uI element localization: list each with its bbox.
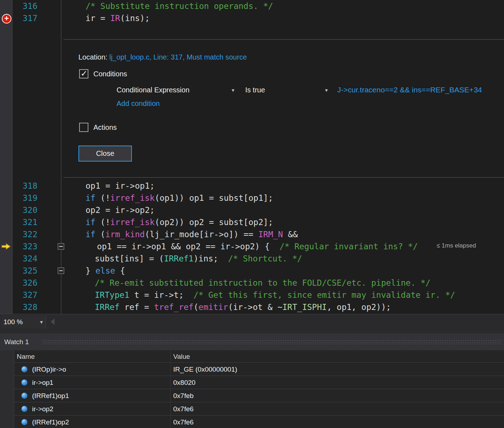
watch-row[interactable]: (IRRef1)op2 0x7fe6 — [14, 416, 504, 428]
line-number: 322 — [0, 228, 37, 240]
watch-row[interactable]: ir->op1 0x8020 — [14, 376, 504, 389]
code-text[interactable]: } else { — [86, 265, 125, 277]
code-line-327[interactable]: 327IRType1 t = ir->t; /* Get this first,… — [0, 289, 504, 301]
code-line-321[interactable]: 321if (!irref_isk(op2)) op2 = subst[op2]… — [0, 216, 504, 228]
editor-status-bar: 100 % ▾ — [0, 314, 504, 333]
code-text[interactable]: /* Re-emit substituted instruction to th… — [95, 277, 431, 289]
zoom-level-dropdown[interactable]: 100 % ▾ — [1, 315, 46, 328]
watch-value[interactable]: 0x7feb — [173, 389, 194, 402]
watch-title-bar[interactable]: Watch 1 — [0, 333, 504, 350]
watch-value[interactable]: 0x7fe6 — [173, 416, 194, 428]
watch-column-headers: Name Value — [0, 350, 504, 363]
add-condition-link[interactable]: Add condition — [117, 100, 160, 108]
watch-value[interactable]: 0x7fe6 — [173, 402, 194, 416]
line-number: 326 — [0, 277, 37, 289]
actions-checkbox[interactable] — [79, 123, 88, 132]
watch-value[interactable]: 0x8020 — [173, 376, 195, 389]
location-link[interactable]: lj_opt_loop.c, Line: 317, Must match sou… — [109, 53, 247, 61]
line-number: 328 — [0, 301, 37, 313]
line-number: 325 — [0, 265, 37, 277]
code-text[interactable]: ir = IR(ins); — [86, 12, 150, 24]
scroll-left-arrow-icon[interactable] — [51, 319, 55, 325]
code-line-316[interactable]: 316/* Substitute instruction operands. *… — [0, 0, 504, 12]
breakpoint-settings-window: Location: lj_opt_loop.c, Line: 317, Must… — [63, 39, 504, 178]
chevron-down-icon[interactable]: ▾ — [325, 87, 328, 93]
variable-icon — [21, 419, 27, 425]
breakpoint-location: Location: lj_opt_loop.c, Line: 317, Must… — [78, 53, 247, 61]
fold-collapse-icon[interactable] — [58, 268, 64, 274]
watch-row[interactable]: (IRRef1)op1 0x7feb — [14, 389, 504, 402]
watch-name[interactable]: (IRRef1)op2 — [32, 416, 69, 428]
code-line-323[interactable]: 323op1 == ir->op1 && op2 == ir->op2) { /… — [0, 240, 504, 253]
actions-label: Actions — [93, 123, 117, 132]
variable-icon — [21, 366, 27, 372]
code-text[interactable]: /* Substitute instruction operands. */ — [86, 0, 273, 12]
line-number: 316 — [0, 0, 37, 12]
line-number: 319 — [0, 192, 37, 204]
code-line-318[interactable]: 318op1 = ir->op1; — [0, 180, 504, 192]
condition-expression-input[interactable]: J->cur.traceno==2 && ins==REF_BASE+34 — [337, 86, 482, 94]
conditional-breakpoint-icon[interactable] — [2, 14, 11, 24]
code-text[interactable]: op1 = ir->op1; — [86, 180, 155, 192]
code-line-325[interactable]: 325} else { — [0, 265, 504, 277]
code-text[interactable]: op1 == ir->op1 && op2 == ir->op2) { /* R… — [97, 240, 418, 253]
zoom-level-value: 100 % — [4, 315, 23, 328]
watch-value[interactable]: IR_GE (0x00000001) — [173, 363, 237, 376]
watch-name[interactable]: (IRRef1)op1 — [32, 389, 69, 402]
code-text[interactable]: if (!irref_isk(op2)) op2 = subst[op2]; — [86, 216, 273, 228]
code-text[interactable]: subst[ins] = (IRRef1)ins; /* Shortcut. *… — [95, 253, 302, 265]
watch-title: Watch 1 — [4, 333, 29, 350]
watch-name[interactable]: ir->op2 — [32, 402, 53, 416]
watch-row-gutter — [0, 350, 14, 428]
variable-icon — [21, 406, 27, 412]
chevron-down-icon[interactable]: ▾ — [232, 87, 235, 93]
conditions-label: Conditions — [93, 70, 127, 78]
code-line-319[interactable]: 319if (!irref_isk(op1)) op1 = subst[op1]… — [0, 192, 504, 204]
line-number: 318 — [0, 180, 37, 192]
code-text[interactable]: if (!irref_isk(op1)) op1 = subst[op1]; — [86, 192, 273, 204]
code-line-322[interactable]: 322if (irm_kind(lj_ir_mode[ir->o]) == IR… — [0, 228, 504, 240]
chevron-down-icon: ▾ — [40, 319, 43, 325]
line-number: 324 — [0, 253, 37, 265]
line-number: 327 — [0, 289, 37, 301]
watch-name[interactable]: (IROp)ir->o — [32, 363, 66, 376]
close-button[interactable]: Close — [78, 146, 132, 162]
watch-row[interactable]: (IROp)ir->o IR_GE (0x00000001) — [14, 363, 504, 376]
condition-type-dropdown[interactable]: Conditional Expression — [117, 86, 190, 94]
watch-panel: Watch 1 Name Value (IROp)ir->o IR_GE (0x… — [0, 333, 504, 428]
code-text[interactable]: if (irm_kind(lj_ir_mode[ir->o]) == IRM_N… — [86, 228, 298, 240]
line-number: 320 — [0, 204, 37, 216]
code-line-317[interactable]: 317ir = IR(ins); — [0, 12, 504, 24]
condition-operator-dropdown[interactable]: Is true — [245, 86, 265, 94]
column-header-name[interactable]: Name — [17, 350, 35, 363]
code-line-328[interactable]: 328IRRef ref = tref_ref(emitir(ir->ot & … — [0, 301, 504, 313]
column-header-value[interactable]: Value — [173, 350, 190, 363]
code-line-320[interactable]: 320op2 = ir->op2; — [0, 204, 504, 216]
code-text[interactable]: IRType1 t = ir->t; /* Get this first, si… — [95, 289, 455, 301]
code-editor[interactable]: 316/* Substitute instruction operands. *… — [0, 0, 504, 314]
conditions-checkbox[interactable] — [79, 69, 88, 78]
code-line-326[interactable]: 326/* Re-emit substituted instruction to… — [0, 277, 504, 289]
watch-name[interactable]: ir->op1 — [32, 376, 53, 389]
line-number: 321 — [0, 216, 37, 228]
variable-icon — [21, 393, 27, 399]
fold-collapse-icon[interactable] — [58, 243, 64, 250]
location-label: Location: — [78, 53, 107, 61]
panel-drag-grip[interactable] — [42, 340, 502, 344]
code-text[interactable]: op2 = ir->op2; — [86, 204, 155, 216]
current-statement-arrow-icon[interactable] — [1, 243, 11, 251]
watch-row[interactable]: ir->op2 0x7fe6 — [14, 402, 504, 416]
perf-tip[interactable]: ≤ 1ms elapsed — [437, 242, 476, 249]
variable-icon — [21, 379, 27, 386]
code-text[interactable]: IRRef ref = tref_ref(emitir(ir->ot & ~IR… — [95, 301, 391, 313]
code-line-324[interactable]: 324subst[ins] = (IRRef1)ins; /* Shortcut… — [0, 253, 504, 265]
